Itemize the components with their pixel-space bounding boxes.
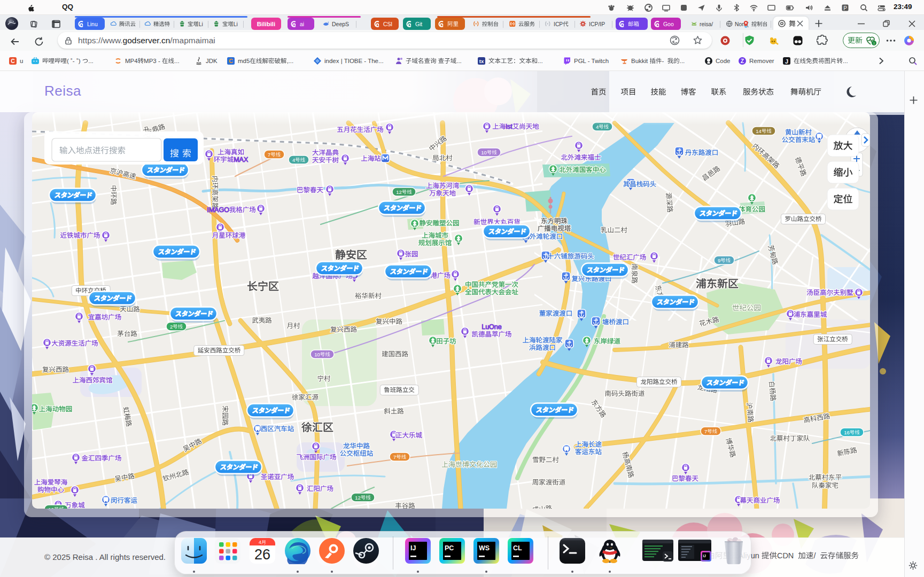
svg-text:9: 9: [718, 258, 720, 263]
svg-text:7: 7: [704, 428, 707, 434]
svg-text:Li: Li: [199, 21, 203, 27]
svg-text:C: C: [11, 58, 15, 64]
svg-text:...: ...: [174, 58, 180, 64]
svg-text:Bukkit: Bukkit: [631, 58, 648, 64]
svg-text:Git: Git: [415, 21, 422, 27]
svg-text:WS: WS: [479, 544, 490, 552]
svg-text:,...: ,...: [286, 58, 293, 64]
svg-text:7: 7: [393, 454, 396, 460]
svg-text:...: ...: [680, 58, 685, 64]
svg-text:2: 2: [170, 324, 173, 330]
svg-text:md5: md5: [238, 58, 250, 64]
svg-text:...: ...: [88, 58, 94, 64]
svg-text:tx: tx: [479, 58, 484, 64]
svg-text:J: J: [785, 58, 788, 65]
svg-text:ICP: ICP: [554, 21, 563, 27]
svg-text:PGL - Twitch: PGL - Twitch: [574, 58, 609, 64]
svg-text:u: u: [20, 58, 23, 64]
svg-text:Linu: Linu: [87, 21, 98, 27]
svg-text:IJ: IJ: [410, 544, 416, 552]
svg-text:12: 12: [396, 189, 402, 195]
svg-text:PC: PC: [445, 544, 454, 552]
svg-text:JDK: JDK: [206, 58, 218, 64]
svg-text:4: 4: [292, 157, 295, 163]
svg-text:MAX: MAX: [234, 156, 249, 163]
svg-text:/: /: [813, 551, 816, 560]
svg-text:CSI: CSI: [383, 21, 392, 27]
svg-text:12: 12: [355, 495, 361, 501]
svg-text:...: ...: [538, 58, 543, 64]
svg-text:DeepS: DeepS: [332, 21, 349, 27]
svg-text:Li: Li: [233, 21, 237, 27]
svg-text:P: P: [843, 5, 847, 11]
svg-text:10: 10: [481, 150, 487, 155]
svg-text:14: 14: [756, 128, 762, 134]
svg-text:4: 4: [259, 540, 261, 545]
svg-text:CL: CL: [513, 544, 522, 552]
svg-text:index | TIOBE - The...: index | TIOBE - The...: [324, 58, 384, 64]
svg-text:C: C: [229, 58, 233, 64]
svg-text:( ˚- ˚): ( ˚- ˚): [67, 58, 81, 64]
svg-text:...: ...: [843, 58, 848, 64]
svg-text:reisa/: reisa/: [700, 21, 713, 27]
svg-text:Code: Code: [716, 58, 731, 64]
svg-text:16: 16: [844, 430, 850, 435]
svg-text:MP3 -: MP3 -: [144, 58, 160, 64]
svg-text:ai: ai: [300, 21, 304, 27]
svg-text:!: !: [874, 42, 875, 45]
svg-text:MP4: MP4: [125, 58, 138, 64]
svg-text:Remover: Remover: [749, 58, 774, 64]
svg-text:Goo: Goo: [663, 21, 674, 27]
svg-text:IJ: IJ: [703, 554, 706, 558]
svg-text:10: 10: [314, 352, 320, 357]
svg-text:Z: Z: [741, 58, 744, 64]
svg-text:...: ...: [456, 58, 462, 64]
svg-text:26: 26: [254, 547, 270, 563]
svg-text:LuOne: LuOne: [482, 323, 502, 331]
svg-text:12: 12: [48, 506, 54, 509]
svg-text:7: 7: [268, 152, 270, 158]
svg-text:CDN: CDN: [777, 551, 794, 560]
svg-text:ICP/IP: ICP/IP: [589, 21, 605, 27]
svg-text:IMAGO: IMAGO: [207, 206, 229, 214]
svg-text:-: -: [662, 58, 664, 64]
